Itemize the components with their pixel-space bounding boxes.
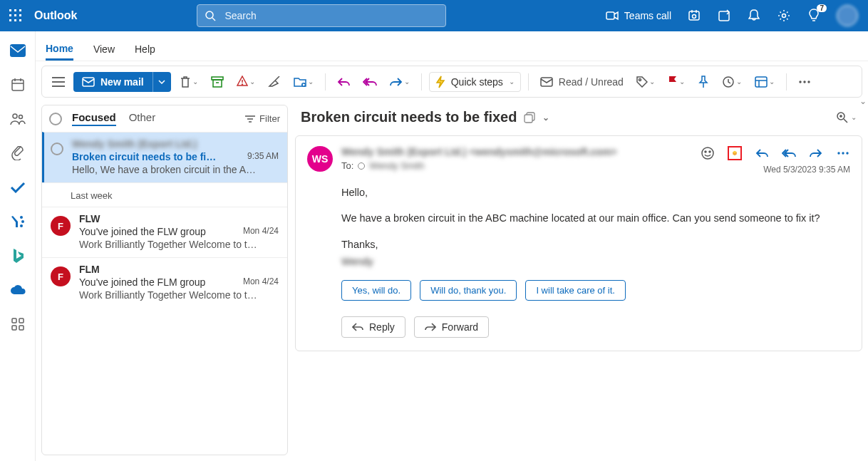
hamburger-icon[interactable] xyxy=(48,74,69,90)
svg-point-41 xyxy=(242,84,242,85)
onedrive-rail-icon[interactable] xyxy=(10,282,26,298)
files-rail-icon[interactable] xyxy=(10,145,26,161)
calendar-rail-icon[interactable] xyxy=(10,77,26,93)
more-apps-rail-icon[interactable] xyxy=(10,316,26,332)
forward-icon[interactable] xyxy=(809,146,823,160)
to-label: To: xyxy=(341,160,353,171)
field-service-addin-icon[interactable] xyxy=(728,146,742,160)
message-preview: Work Brilliantly Together Welcome to t… xyxy=(79,239,279,250)
teams-call-button[interactable]: Teams call xyxy=(606,10,671,21)
forward-icon-button[interactable]: ⌄ xyxy=(386,74,414,90)
select-all-toggle[interactable] xyxy=(49,113,62,125)
settings-icon[interactable] xyxy=(777,9,791,23)
reading-title: Broken circuit needs to be fixed xyxy=(301,109,517,125)
new-mail-button[interactable]: New mail xyxy=(73,72,153,92)
more-ribbon-button[interactable] xyxy=(794,77,815,87)
svg-point-26 xyxy=(20,216,23,219)
message-list: Focused Other Filter Wendy Smith (Export… xyxy=(41,105,288,455)
reply-all-icon-button[interactable] xyxy=(358,74,381,90)
bing-rail-icon[interactable] xyxy=(10,248,26,264)
to-value: Wendy Smith xyxy=(369,160,424,171)
message-subject: You've joined the FLM group xyxy=(79,276,205,288)
move-button[interactable]: ⌄ xyxy=(289,73,318,90)
people-rail-icon[interactable] xyxy=(10,111,26,127)
reply-all-icon[interactable] xyxy=(782,146,796,160)
new-mail-split[interactable] xyxy=(153,72,171,92)
archive-button[interactable] xyxy=(207,73,228,90)
message-item[interactable]: F FLW You've joined the FLW group Mon 4/… xyxy=(42,207,287,257)
body-thanks: Thanks, xyxy=(341,237,847,252)
more-actions-icon[interactable] xyxy=(836,146,850,160)
svg-point-63 xyxy=(709,151,711,152)
message-sender: Wendy Smith (Export Ltd.) xyxy=(72,138,197,150)
message-time: Mon 4/24 xyxy=(243,226,279,237)
svg-point-28 xyxy=(20,224,23,227)
zoom-button[interactable]: ⌄ xyxy=(837,112,857,123)
forward-button[interactable]: Forward xyxy=(414,316,489,338)
filter-label: Filter xyxy=(259,113,280,124)
filter-button[interactable]: Filter xyxy=(245,113,280,124)
tab-help[interactable]: Help xyxy=(135,43,155,61)
reply-label: Reply xyxy=(369,321,395,333)
read-unread-button[interactable]: Read / Unread xyxy=(536,73,628,90)
svg-point-61 xyxy=(702,147,713,159)
reply-icon-button[interactable] xyxy=(333,74,354,90)
tag-button[interactable]: ⌄ xyxy=(632,73,659,90)
print-layout-button[interactable]: ⌄ xyxy=(750,73,779,90)
search-box[interactable] xyxy=(197,4,446,27)
read-unread-label: Read / Unread xyxy=(559,76,624,88)
brand-label: Outlook xyxy=(34,9,77,22)
app-launcher-icon[interactable] xyxy=(6,6,26,26)
my-day-icon[interactable] xyxy=(717,9,731,23)
svg-point-25 xyxy=(19,115,22,119)
quick-steps-button[interactable]: Quick steps ⌄ xyxy=(429,72,521,92)
menu-tabs: Home View Help xyxy=(36,31,868,61)
left-app-rail xyxy=(0,31,36,461)
react-icon[interactable] xyxy=(701,146,715,160)
account-avatar[interactable] xyxy=(837,5,858,26)
notifications-icon[interactable] xyxy=(747,9,761,23)
forward-label: Forward xyxy=(442,321,478,333)
pin-button[interactable] xyxy=(693,73,713,91)
sweep-button[interactable] xyxy=(264,73,285,90)
message-subject: Broken circuit needs to be fi… xyxy=(72,151,216,162)
video-icon xyxy=(606,11,619,21)
quick-steps-label: Quick steps xyxy=(451,76,503,88)
svg-point-44 xyxy=(639,78,641,81)
suggested-reply-1[interactable]: Yes, will do. xyxy=(341,280,411,301)
reply-button[interactable]: Reply xyxy=(341,316,405,338)
from-avatar: WS xyxy=(307,146,333,172)
snooze-button[interactable]: ⌄ xyxy=(718,73,746,91)
new-mail-label: New mail xyxy=(100,76,144,88)
focused-tab[interactable]: Focused xyxy=(72,111,116,126)
yammer-rail-icon[interactable] xyxy=(10,214,26,229)
flag-button[interactable]: ⌄ xyxy=(663,73,689,91)
sender-avatar: F xyxy=(51,266,71,286)
select-circle[interactable] xyxy=(51,143,63,155)
delete-button[interactable]: ⌄ xyxy=(175,73,202,91)
meet-now-icon[interactable] xyxy=(687,9,701,23)
todo-rail-icon[interactable] xyxy=(10,180,26,195)
suggested-reply-2[interactable]: Will do, thank you. xyxy=(420,280,517,301)
chevron-down-icon[interactable]: ⌄ xyxy=(542,113,549,123)
search-input[interactable] xyxy=(223,9,438,22)
suggested-reply-3[interactable]: I will take care of it. xyxy=(525,280,626,301)
conversation-settings-icon[interactable] xyxy=(524,112,535,123)
tab-home[interactable]: Home xyxy=(46,43,73,61)
mail-rail-icon[interactable] xyxy=(10,43,26,58)
tab-view[interactable]: View xyxy=(93,43,115,61)
group-header-last-week: Last week xyxy=(42,182,287,207)
message-item[interactable]: F FLM You've joined the FLM group Mon 4/… xyxy=(42,257,287,308)
tips-badge: 7 xyxy=(817,4,827,12)
message-preview: Hello, We have a broken circuit in the A… xyxy=(72,164,279,175)
svg-rect-38 xyxy=(213,80,222,87)
message-item[interactable]: Wendy Smith (Export Ltd.) Broken circuit… xyxy=(42,132,287,182)
tips-icon[interactable]: 7 xyxy=(807,9,821,23)
other-tab[interactable]: Other xyxy=(129,111,156,126)
report-button[interactable]: ⌄ xyxy=(232,73,259,91)
ribbon-expand-icon[interactable]: ⌄ xyxy=(859,96,867,106)
message-time: 9:35 AM xyxy=(247,151,279,162)
message-sender: FLW xyxy=(79,213,100,224)
reply-icon[interactable] xyxy=(755,146,769,160)
svg-line-58 xyxy=(844,119,847,123)
